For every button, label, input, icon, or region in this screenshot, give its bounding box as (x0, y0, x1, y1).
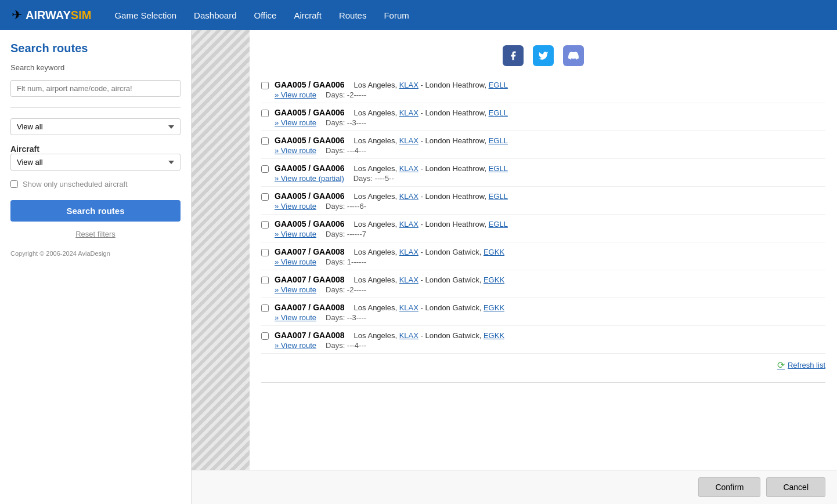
route-checkbox[interactable] (261, 332, 269, 340)
to-airport-link[interactable]: EGLL (489, 220, 508, 229)
confirm-button[interactable]: Confirm (698, 477, 760, 497)
social-bar (261, 39, 825, 72)
dropdown1-section: View all (10, 118, 181, 135)
route-checkbox[interactable] (261, 249, 269, 256)
nav-game-selection[interactable]: Game Selection (114, 10, 176, 20)
navbar: ✈ AIRWAYSIM Game Selection Dashboard Off… (0, 0, 837, 30)
route-checkbox[interactable] (261, 304, 269, 312)
search-routes-button[interactable]: Search routes (10, 200, 181, 222)
route-checkbox[interactable] (261, 137, 269, 145)
nav-routes[interactable]: Routes (339, 10, 367, 20)
facebook-icon[interactable] (503, 45, 524, 66)
view-route-link[interactable]: » View route (275, 202, 316, 211)
route-header: GAA005 / GAA006 Los Angeles, KLAX - Lond… (275, 219, 825, 229)
from-airport-link[interactable]: KLAX (399, 220, 418, 229)
route-row: GAA005 / GAA006 Los Angeles, KLAX - Lond… (261, 164, 825, 183)
to-airport-link[interactable]: EGLL (489, 164, 508, 173)
route-checkbox[interactable] (261, 193, 269, 201)
view-route-link[interactable]: » View route (275, 313, 316, 322)
to-airport-link[interactable]: EGKK (484, 303, 504, 312)
view-route-link[interactable]: » View route (partial) (275, 174, 344, 183)
to-airport-link[interactable]: EGLL (489, 81, 508, 89)
route-days: Days: -----6- (326, 202, 366, 211)
search-input[interactable] (10, 80, 181, 97)
refresh-label: Refresh list (788, 361, 825, 369)
nav-dashboard[interactable]: Dashboard (194, 10, 236, 20)
from-airport-link[interactable]: KLAX (399, 81, 418, 89)
route-sub: » View route Days: -2----- (275, 285, 825, 294)
route-sub: » View route Days: ---4--- (275, 146, 825, 155)
route-item: GAA007 / GAA008 Los Angeles, KLAX - Lond… (261, 326, 825, 354)
from-airport-link[interactable]: KLAX (399, 108, 418, 117)
to-airport-link[interactable]: EGKK (484, 248, 504, 256)
route-row: GAA007 / GAA008 Los Angeles, KLAX - Lond… (261, 275, 825, 294)
route-item: GAA005 / GAA006 Los Angeles, KLAX - Lond… (261, 131, 825, 159)
sidebar: Search routes Search keyword View all Ai… (0, 30, 192, 504)
plane-icon: ✈ (12, 8, 22, 23)
route-row: GAA005 / GAA006 Los Angeles, KLAX - Lond… (261, 108, 825, 127)
aircraft-label: Aircraft (10, 144, 181, 154)
route-sub: » View route Days: -----6- (275, 202, 825, 211)
left-stripe (192, 30, 250, 504)
route-row: GAA005 / GAA006 Los Angeles, KLAX - Lond… (261, 219, 825, 238)
from-airport-link[interactable]: KLAX (399, 303, 418, 312)
to-airport-link[interactable]: EGLL (489, 136, 508, 145)
from-airport-link[interactable]: KLAX (399, 331, 418, 340)
route-path: Los Angeles, KLAX - London Heathrow, EGL… (354, 192, 508, 201)
from-airport-link[interactable]: KLAX (399, 275, 418, 284)
page-wrapper: Search routes Search keyword View all Ai… (0, 30, 837, 504)
to-airport-link[interactable]: EGLL (489, 108, 508, 117)
from-airport-link[interactable]: KLAX (399, 136, 418, 145)
route-item: GAA005 / GAA006 Los Angeles, KLAX - Lond… (261, 75, 825, 103)
route-info: GAA005 / GAA006 Los Angeles, KLAX - Lond… (275, 80, 825, 99)
brand-logo[interactable]: ✈ AIRWAYSIM (12, 8, 91, 23)
route-row: GAA007 / GAA008 Los Angeles, KLAX - Lond… (261, 303, 825, 322)
view-all-dropdown-1[interactable]: View all (10, 118, 181, 135)
route-checkbox[interactable] (261, 221, 269, 229)
view-route-link[interactable]: » View route (275, 230, 316, 238)
route-path: Los Angeles, KLAX - London Heathrow, EGL… (354, 164, 508, 173)
route-days: Days: 1------ (326, 258, 366, 266)
route-item: GAA007 / GAA008 Los Angeles, KLAX - Lond… (261, 242, 825, 270)
reset-filters-link[interactable]: Reset filters (10, 230, 181, 238)
route-checkbox[interactable] (261, 165, 269, 173)
to-airport-link[interactable]: EGKK (484, 331, 504, 340)
routes-list: GAA005 / GAA006 Los Angeles, KLAX - Lond… (261, 75, 825, 354)
view-route-link[interactable]: » View route (275, 146, 316, 155)
route-checkbox[interactable] (261, 110, 269, 117)
route-info: GAA007 / GAA008 Los Angeles, KLAX - Lond… (275, 247, 825, 266)
view-route-link[interactable]: » View route (275, 258, 316, 266)
view-all-dropdown-2[interactable]: View all (10, 154, 181, 171)
from-airport-link[interactable]: KLAX (399, 248, 418, 256)
nav-forum[interactable]: Forum (384, 10, 409, 20)
route-code: GAA005 / GAA006 (275, 108, 345, 117)
route-info: GAA005 / GAA006 Los Angeles, KLAX - Lond… (275, 136, 825, 155)
route-days: Days: -2----- (326, 90, 366, 99)
to-airport-link[interactable]: EGLL (489, 192, 508, 201)
route-header: GAA005 / GAA006 Los Angeles, KLAX - Lond… (275, 80, 825, 89)
from-airport-link[interactable]: KLAX (399, 164, 418, 173)
refresh-list-link[interactable]: ⟳ Refresh list (777, 360, 825, 371)
from-airport-link[interactable]: KLAX (399, 192, 418, 201)
to-airport-link[interactable]: EGKK (484, 275, 504, 284)
view-route-link[interactable]: » View route (275, 90, 316, 99)
route-path: Los Angeles, KLAX - London Heathrow, EGL… (354, 136, 508, 145)
route-code: GAA007 / GAA008 (275, 331, 345, 340)
route-row: GAA007 / GAA008 Los Angeles, KLAX - Lond… (261, 247, 825, 266)
nav-aircraft[interactable]: Aircraft (294, 10, 322, 20)
route-code: GAA005 / GAA006 (275, 164, 345, 173)
route-item: GAA005 / GAA006 Los Angeles, KLAX - Lond… (261, 159, 825, 187)
route-row: GAA005 / GAA006 Los Angeles, KLAX - Lond… (261, 80, 825, 99)
view-route-link[interactable]: » View route (275, 285, 316, 294)
view-route-link[interactable]: » View route (275, 341, 316, 350)
route-checkbox[interactable] (261, 82, 269, 89)
unscheduled-checkbox[interactable] (10, 180, 18, 188)
route-checkbox[interactable] (261, 277, 269, 284)
view-route-link[interactable]: » View route (275, 118, 316, 127)
cancel-button[interactable]: Cancel (766, 477, 825, 497)
route-item: GAA007 / GAA008 Los Angeles, KLAX - Lond… (261, 270, 825, 298)
route-header: GAA007 / GAA008 Los Angeles, KLAX - Lond… (275, 303, 825, 312)
nav-office[interactable]: Office (254, 10, 277, 20)
twitter-icon[interactable] (533, 45, 554, 66)
discord-icon[interactable] (563, 45, 584, 66)
